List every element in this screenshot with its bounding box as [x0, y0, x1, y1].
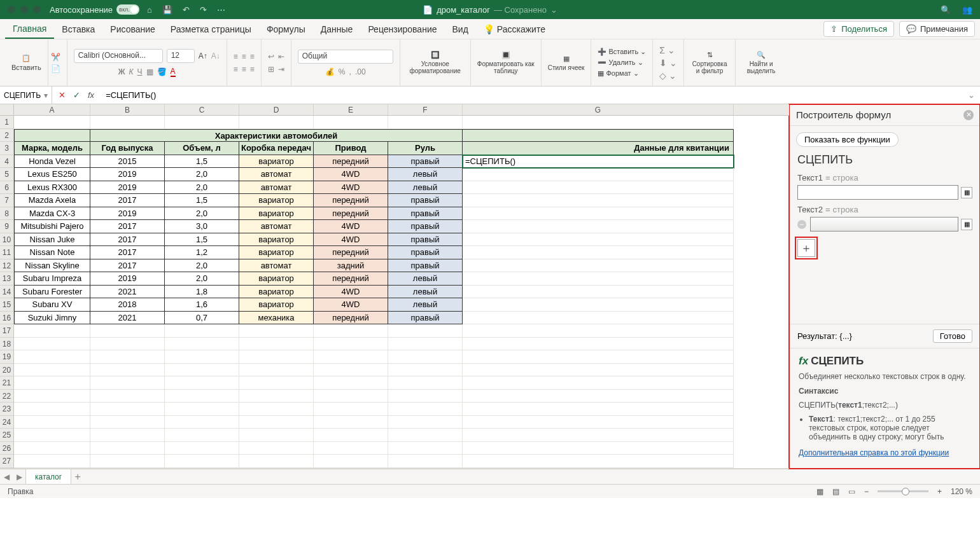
currency-icon[interactable]: 💰	[325, 67, 335, 76]
tab-formulas[interactable]: Формулы	[259, 19, 313, 39]
page-view-icon[interactable]: ▤	[832, 487, 839, 496]
accept-formula-icon[interactable]: ✓	[73, 90, 80, 100]
next-sheet-icon[interactable]: ▶	[13, 472, 25, 481]
more-help-link[interactable]: Дополнительная справка по этой функции	[799, 448, 949, 457]
underline-icon[interactable]: Ч	[137, 67, 143, 76]
col-F[interactable]: F	[388, 104, 463, 115]
show-all-functions-button[interactable]: Показать все функции	[796, 132, 899, 147]
tab-view[interactable]: Вид	[445, 19, 476, 39]
tab-review[interactable]: Рецензирование	[360, 19, 444, 39]
formula-bar: СЦЕПИТЬ▾ ✕ ✓ fx ⌄	[0, 86, 980, 104]
clipboard-icon: 📋	[22, 54, 31, 62]
merge-icon[interactable]: ⊞	[268, 65, 274, 74]
redo-icon[interactable]: ↷	[200, 5, 207, 15]
copy-icon[interactable]: 📄	[51, 64, 60, 73]
fill-down-icon[interactable]: ⬇ ⌄	[659, 58, 677, 68]
add-argument-button[interactable]: ＋	[797, 239, 815, 257]
col-D[interactable]: D	[239, 104, 314, 115]
autosum-icon[interactable]: Σ ⌄	[659, 45, 677, 55]
row-headers[interactable]: 1234567891011121314151617181920212223242…	[0, 116, 14, 468]
paste-button[interactable]: 📋 Вставить	[11, 54, 41, 71]
expand-fbar-icon[interactable]: ⌄	[963, 90, 980, 100]
add-sheet-icon[interactable]: +	[71, 471, 84, 483]
number-format[interactable]: Общий	[298, 50, 393, 64]
align-top-icon[interactable]: ≡	[234, 52, 238, 61]
cond-format-button[interactable]: 🔲Условное форматирование	[407, 51, 464, 74]
autosave[interactable]: Автосохранение вкл.	[50, 4, 139, 15]
font-select[interactable]: Calibri (Основной...	[74, 49, 163, 63]
fx-icon: fx	[799, 355, 808, 367]
fx-icon[interactable]: fx	[88, 90, 94, 100]
more-icon[interactable]: ⋯	[217, 5, 225, 15]
zoom-value[interactable]: 120 %	[951, 487, 972, 496]
formula-input[interactable]	[101, 90, 963, 100]
normal-view-icon[interactable]: ▦	[816, 487, 823, 496]
zoom-in-icon[interactable]: +	[937, 487, 942, 496]
decrease-font-icon[interactable]: A↓	[211, 52, 220, 60]
table-icon: 🔳	[501, 51, 510, 59]
indent-icon[interactable]: ⇤	[278, 52, 284, 61]
zoom-out-icon[interactable]: −	[864, 487, 869, 496]
find-button[interactable]: 🔍Найти и выделить	[742, 51, 780, 74]
bold-icon[interactable]: Ж	[118, 67, 125, 76]
tab-data[interactable]: Данные	[313, 19, 361, 39]
wrap-icon[interactable]: ↩	[268, 52, 274, 61]
sheet-tabs: ◀ ▶ каталог +	[0, 469, 980, 484]
col-E[interactable]: E	[314, 104, 388, 115]
select-all[interactable]	[0, 104, 14, 115]
insert-rows-button[interactable]: ➕ Вставить ⌄	[598, 48, 646, 56]
remove-arg-icon[interactable]: −	[797, 220, 806, 229]
cell-styles-button[interactable]: ▦Стили ячеек	[548, 55, 585, 71]
name-box[interactable]: СЦЕПИТЬ▾	[0, 86, 52, 104]
window-controls[interactable]	[8, 6, 41, 13]
format-button[interactable]: ▦ Формат ⌄	[598, 69, 646, 78]
tab-draw[interactable]: Рисование	[102, 19, 163, 39]
tell-me[interactable]: 💡Расскажите	[476, 19, 553, 39]
clear-icon[interactable]: ◇ ⌄	[659, 71, 677, 81]
cut-icon[interactable]: ✂️	[51, 53, 60, 62]
ref-icon[interactable]: ▦	[961, 187, 972, 198]
increase-font-icon[interactable]: A↑	[199, 52, 207, 60]
done-button[interactable]: Готово	[933, 329, 972, 343]
col-C[interactable]: C	[165, 104, 239, 115]
font-size[interactable]: 12	[167, 49, 195, 63]
h-scrollbar[interactable]	[0, 468, 789, 469]
col-A[interactable]: A	[14, 104, 90, 115]
spreadsheet[interactable]: A B C D E F G 12345678910111213141516171…	[0, 104, 789, 469]
arg1-input[interactable]	[797, 185, 958, 200]
quick-access[interactable]: ⌂ 💾 ↶ ↷ ⋯	[147, 5, 225, 15]
chevron-down-icon[interactable]: ⌄	[550, 5, 557, 15]
home-icon[interactable]: ⌂	[147, 5, 152, 15]
tab-home[interactable]: Главная	[5, 19, 54, 39]
break-view-icon[interactable]: ▭	[848, 487, 855, 496]
bulb-icon: 💡	[484, 24, 494, 34]
tab-layout[interactable]: Разметка страницы	[163, 19, 259, 39]
align-left-icon[interactable]: ≡	[234, 65, 238, 74]
fill-icon[interactable]: 🪣	[157, 67, 167, 76]
zoom-slider[interactable]	[878, 490, 928, 492]
search-icon[interactable]: 🔍	[941, 5, 951, 15]
undo-icon[interactable]: ↶	[183, 5, 190, 15]
italic-icon[interactable]: К	[129, 67, 134, 76]
ref-icon[interactable]: ▦	[961, 219, 972, 230]
arg2-input[interactable]	[810, 217, 958, 231]
sort-filter-button[interactable]: ⇅Сортировка и фильтр	[690, 51, 729, 74]
close-panel-icon[interactable]: ✕	[963, 110, 974, 120]
comma-icon[interactable]: ,	[349, 67, 351, 76]
cancel-formula-icon[interactable]: ✕	[59, 90, 66, 100]
col-B[interactable]: B	[90, 104, 165, 115]
comments-button[interactable]: 💬Примечания	[899, 21, 975, 37]
share-button[interactable]: ⇧Поделиться	[823, 21, 894, 37]
prev-sheet-icon[interactable]: ◀	[0, 472, 13, 481]
format-table-button[interactable]: 🔳Форматировать как таблицу	[477, 51, 535, 74]
tab-insert[interactable]: Вставка	[54, 19, 102, 39]
sheet-tab[interactable]: каталог	[25, 469, 71, 484]
col-G[interactable]: G	[463, 104, 734, 115]
delete-rows-button[interactable]: ➖ Удалить ⌄	[598, 59, 646, 67]
sort-icon: ⇅	[707, 51, 713, 59]
save-icon[interactable]: 💾	[162, 5, 172, 15]
share-header-icon[interactable]: 👥	[962, 5, 972, 15]
border-icon[interactable]: ▦	[146, 67, 153, 76]
font-color-icon[interactable]: А	[171, 67, 176, 77]
percent-icon[interactable]: %	[339, 67, 346, 76]
